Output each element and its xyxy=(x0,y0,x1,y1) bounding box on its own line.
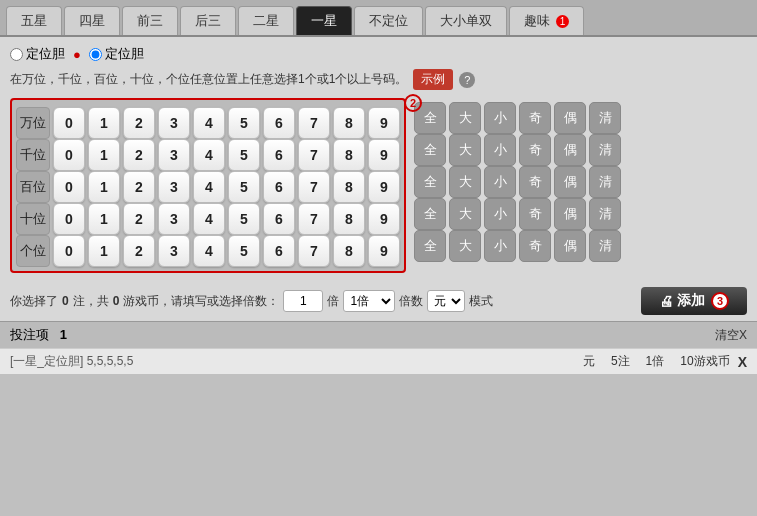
num-btn-r3-d3[interactable]: 3 xyxy=(158,203,190,235)
quick-btn-r1-q4[interactable]: 偶 xyxy=(554,134,586,166)
quick-btn-r1-q0[interactable]: 全 xyxy=(414,134,446,166)
row-label-0[interactable]: 万位 xyxy=(16,107,50,139)
num-btn-r0-d6[interactable]: 6 xyxy=(263,107,295,139)
num-btn-r1-d0[interactable]: 0 xyxy=(53,139,85,171)
quick-btn-r1-q2[interactable]: 小 xyxy=(484,134,516,166)
quick-btn-r3-q0[interactable]: 全 xyxy=(414,198,446,230)
num-btn-r3-d2[interactable]: 2 xyxy=(123,203,155,235)
num-btn-r1-d8[interactable]: 8 xyxy=(333,139,365,171)
quick-btn-r1-q1[interactable]: 大 xyxy=(449,134,481,166)
radio-option1[interactable]: 定位胆 xyxy=(10,45,65,63)
radio-option2[interactable]: 定位胆 xyxy=(89,45,144,63)
num-btn-r4-d6[interactable]: 6 xyxy=(263,235,295,267)
num-btn-r0-d5[interactable]: 5 xyxy=(228,107,260,139)
num-btn-r0-d9[interactable]: 9 xyxy=(368,107,400,139)
tab-four-star[interactable]: 四星 xyxy=(64,6,120,35)
num-btn-r1-d4[interactable]: 4 xyxy=(193,139,225,171)
quick-btn-r4-q5[interactable]: 清 xyxy=(589,230,621,262)
num-btn-r4-d9[interactable]: 9 xyxy=(368,235,400,267)
multiplier-input[interactable] xyxy=(283,290,323,312)
quick-btn-r3-q2[interactable]: 小 xyxy=(484,198,516,230)
clear-button[interactable]: 清空X xyxy=(715,327,747,344)
num-btn-r1-d5[interactable]: 5 xyxy=(228,139,260,171)
num-btn-r0-d0[interactable]: 0 xyxy=(53,107,85,139)
num-btn-r4-d8[interactable]: 8 xyxy=(333,235,365,267)
num-btn-r0-d7[interactable]: 7 xyxy=(298,107,330,139)
num-btn-r1-d3[interactable]: 3 xyxy=(158,139,190,171)
currency-select[interactable]: 元 角 分 xyxy=(427,290,465,312)
row-label-1[interactable]: 千位 xyxy=(16,139,50,171)
quick-btn-r0-q5[interactable]: 清 xyxy=(589,102,621,134)
num-btn-r3-d4[interactable]: 4 xyxy=(193,203,225,235)
tab-size-odd-even[interactable]: 大小单双 xyxy=(425,6,507,35)
num-btn-r3-d0[interactable]: 0 xyxy=(53,203,85,235)
quick-btn-r0-q3[interactable]: 奇 xyxy=(519,102,551,134)
num-btn-r3-d6[interactable]: 6 xyxy=(263,203,295,235)
num-btn-r1-d2[interactable]: 2 xyxy=(123,139,155,171)
tab-front-three[interactable]: 前三 xyxy=(122,6,178,35)
num-btn-r0-d1[interactable]: 1 xyxy=(88,107,120,139)
quick-btn-r2-q4[interactable]: 偶 xyxy=(554,166,586,198)
num-btn-r4-d7[interactable]: 7 xyxy=(298,235,330,267)
row-label-4[interactable]: 个位 xyxy=(16,235,50,267)
tab-interest[interactable]: 趣味 1 xyxy=(509,6,584,35)
quick-btn-r0-q1[interactable]: 大 xyxy=(449,102,481,134)
num-btn-r2-d5[interactable]: 5 xyxy=(228,171,260,203)
help-icon[interactable]: ? xyxy=(459,72,475,88)
quick-btn-r1-q3[interactable]: 奇 xyxy=(519,134,551,166)
num-btn-r4-d0[interactable]: 0 xyxy=(53,235,85,267)
num-btn-r4-d2[interactable]: 2 xyxy=(123,235,155,267)
num-btn-r3-d9[interactable]: 9 xyxy=(368,203,400,235)
num-btn-r4-d1[interactable]: 1 xyxy=(88,235,120,267)
num-btn-r2-d4[interactable]: 4 xyxy=(193,171,225,203)
bet-close-button[interactable]: X xyxy=(738,354,747,370)
tab-back-three[interactable]: 后三 xyxy=(180,6,236,35)
example-button[interactable]: 示例 xyxy=(413,69,453,90)
quick-btn-r3-q1[interactable]: 大 xyxy=(449,198,481,230)
num-btn-r1-d1[interactable]: 1 xyxy=(88,139,120,171)
num-btn-r2-d9[interactable]: 9 xyxy=(368,171,400,203)
multiplier-select[interactable]: 1倍 2倍 3倍 5倍 10倍 xyxy=(343,290,395,312)
quick-btn-r4-q1[interactable]: 大 xyxy=(449,230,481,262)
num-btn-r2-d3[interactable]: 3 xyxy=(158,171,190,203)
row-label-2[interactable]: 百位 xyxy=(16,171,50,203)
num-btn-r1-d9[interactable]: 9 xyxy=(368,139,400,171)
quick-btn-r0-q2[interactable]: 小 xyxy=(484,102,516,134)
num-btn-r4-d4[interactable]: 4 xyxy=(193,235,225,267)
add-button[interactable]: 🖨 添加 3 xyxy=(641,287,747,315)
num-btn-r2-d1[interactable]: 1 xyxy=(88,171,120,203)
num-btn-r3-d5[interactable]: 5 xyxy=(228,203,260,235)
num-btn-r0-d8[interactable]: 8 xyxy=(333,107,365,139)
num-btn-r0-d2[interactable]: 2 xyxy=(123,107,155,139)
quick-btn-r3-q4[interactable]: 偶 xyxy=(554,198,586,230)
num-btn-r3-d8[interactable]: 8 xyxy=(333,203,365,235)
quick-btn-r2-q0[interactable]: 全 xyxy=(414,166,446,198)
quick-btn-r3-q5[interactable]: 清 xyxy=(589,198,621,230)
num-btn-r4-d5[interactable]: 5 xyxy=(228,235,260,267)
num-btn-r2-d2[interactable]: 2 xyxy=(123,171,155,203)
quick-btn-r2-q3[interactable]: 奇 xyxy=(519,166,551,198)
num-btn-r0-d4[interactable]: 4 xyxy=(193,107,225,139)
num-btn-r0-d3[interactable]: 3 xyxy=(158,107,190,139)
quick-btn-r2-q5[interactable]: 清 xyxy=(589,166,621,198)
num-btn-r3-d1[interactable]: 1 xyxy=(88,203,120,235)
row-label-3[interactable]: 十位 xyxy=(16,203,50,235)
tab-one-star[interactable]: 一星 xyxy=(296,6,352,35)
num-btn-r2-d8[interactable]: 8 xyxy=(333,171,365,203)
tab-two-star[interactable]: 二星 xyxy=(238,6,294,35)
quick-btn-r3-q3[interactable]: 奇 xyxy=(519,198,551,230)
tab-five-star[interactable]: 五星 xyxy=(6,6,62,35)
quick-btn-r2-q1[interactable]: 大 xyxy=(449,166,481,198)
quick-btn-r4-q4[interactable]: 偶 xyxy=(554,230,586,262)
quick-btn-r0-q4[interactable]: 偶 xyxy=(554,102,586,134)
num-btn-r2-d0[interactable]: 0 xyxy=(53,171,85,203)
quick-btn-r4-q3[interactable]: 奇 xyxy=(519,230,551,262)
tab-no-position[interactable]: 不定位 xyxy=(354,6,423,35)
quick-btn-r4-q0[interactable]: 全 xyxy=(414,230,446,262)
quick-btn-r2-q2[interactable]: 小 xyxy=(484,166,516,198)
quick-btn-r4-q2[interactable]: 小 xyxy=(484,230,516,262)
num-btn-r1-d6[interactable]: 6 xyxy=(263,139,295,171)
num-btn-r2-d7[interactable]: 7 xyxy=(298,171,330,203)
quick-btn-r1-q5[interactable]: 清 xyxy=(589,134,621,166)
num-btn-r1-d7[interactable]: 7 xyxy=(298,139,330,171)
